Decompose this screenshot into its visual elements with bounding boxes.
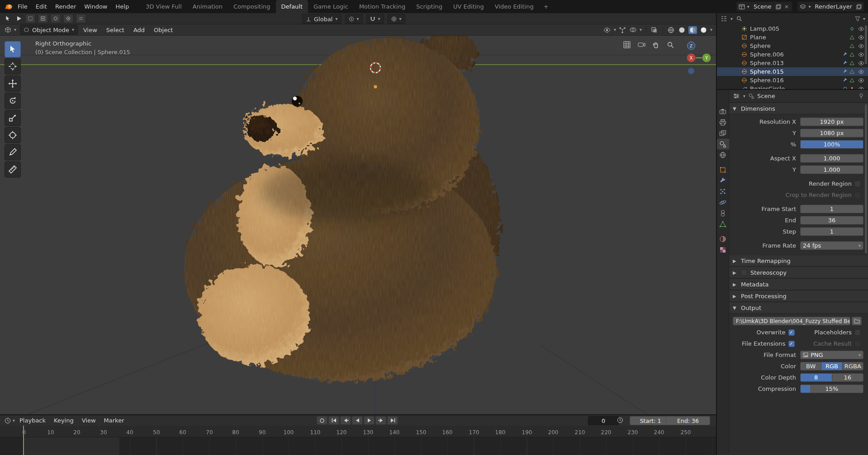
record-button[interactable] [317,416,327,425]
next-keyframe-button[interactable] [375,416,386,425]
color-bw-button[interactable]: BW [801,362,821,370]
tool-cursor[interactable] [5,58,21,75]
visibility-eye-icon[interactable] [858,78,864,83]
timeline-menu-playback[interactable]: Playback [16,417,49,424]
tab-modifiers[interactable] [717,175,729,186]
menu-render[interactable]: Render [51,0,80,13]
timeline-track-area[interactable] [0,437,716,455]
frame-end-field[interactable]: 36 [800,216,863,225]
viewport-menu-add[interactable]: Add [130,27,148,33]
xray-toggle-icon[interactable] [650,27,658,33]
tool-measure[interactable] [5,161,21,178]
shading-material-icon[interactable] [688,26,697,34]
workspace-tab-uv-editing[interactable]: UV Editing [448,0,489,13]
visibility-eye-icon[interactable] [858,70,864,74]
tab-object-data[interactable] [717,219,729,230]
viewport-menu-select[interactable]: Select [103,27,128,33]
crop-render-region-checkbox[interactable] [854,192,861,198]
visibility-eye-icon[interactable] [858,35,864,40]
panel-header-time-remapping[interactable]: ▶ Time Remapping [729,255,868,267]
workspace-tab-3d-view-full[interactable]: 3D View Full [140,0,187,13]
frame-end-field[interactable]: End: 36 [666,416,710,425]
outliner-item-sphere[interactable]: Sphere [717,42,868,50]
frame-start-field[interactable]: Start: 1 [630,416,671,425]
tab-constraints[interactable] [717,208,729,219]
camera-view-icon[interactable] [636,39,647,50]
editor-type-3d-viewport-icon[interactable] [4,26,12,33]
visibility-eye-icon[interactable] [858,52,864,57]
playhead[interactable] [23,426,24,455]
tool-scale[interactable] [5,110,21,126]
tab-output[interactable] [717,117,729,128]
panel-header-stereoscopy[interactable]: ▶ Stereoscopy [729,267,868,278]
visibility-eye-icon[interactable] [858,27,864,31]
shading-wireframe-icon[interactable] [667,26,675,34]
aspect-y-field[interactable]: 1.000 [800,165,863,174]
pivot-point-dropdown[interactable]: ▾ [345,14,363,24]
menu-file[interactable]: File [14,0,32,13]
overwrite-checkbox[interactable]: ✓ [788,329,795,336]
timeline-menu-view[interactable]: View [78,417,100,424]
file-format-dropdown[interactable]: PNG▾ [800,351,863,359]
tab-particles[interactable] [717,186,729,197]
timeline-menu-keying[interactable]: Keying [50,417,77,424]
blender-logo-icon[interactable] [4,3,14,11]
menu-help[interactable]: Help [112,0,133,13]
tool-move[interactable] [5,75,21,92]
color-rgba-button[interactable]: RGBA [843,362,863,370]
frame-start-field[interactable]: 1 [800,205,863,213]
tab-render[interactable] [717,106,729,117]
file-extensions-checkbox[interactable]: ✓ [788,341,795,347]
tool-rotate[interactable] [5,93,21,109]
pan-hand-icon[interactable] [650,39,662,50]
jump-to-end-button[interactable] [387,416,398,425]
outliner-search-icon[interactable] [735,15,743,22]
resolution-y-field[interactable]: 1080 px [800,129,863,137]
workspace-tab-default[interactable]: Default [276,0,308,13]
tab-material[interactable] [717,234,729,244]
timeline-ruler[interactable]: 0 10 20 30 40 50 60 70 80 90 100 110 120… [0,426,716,437]
select-mode-toggle-1[interactable] [25,14,35,23]
unlink-scene-button[interactable]: × [783,3,790,10]
pin-icon[interactable] [858,93,865,99]
compression-slider[interactable]: 15% [800,385,863,393]
navigation-gizmo[interactable]: Z X Y [671,39,714,78]
frame-rate-dropdown[interactable]: 24 fps▾ [800,241,863,250]
browse-folder-button[interactable] [852,317,862,325]
workspace-tab-video-editing[interactable]: Video Editing [489,0,539,13]
render-region-checkbox[interactable] [854,181,861,187]
outliner-item-sphere-006[interactable]: Sphere.006 [717,50,868,59]
tool-transform[interactable] [5,127,21,143]
properties-scrollbar[interactable] [865,104,867,253]
play-tool-icon[interactable] [14,15,23,22]
tab-view-layer[interactable] [717,128,729,139]
resolution-x-field[interactable]: 1920 px [800,117,863,126]
add-workspace-button[interactable]: + [539,0,553,13]
outliner-scrollbar[interactable] [865,25,867,64]
outliner-filter-icon[interactable] [854,16,861,22]
gizmo-negative-z-axis[interactable] [688,68,694,74]
tool-annotate[interactable] [5,144,21,160]
tab-scene[interactable] [717,139,729,150]
outliner-item-beziercircle[interactable]: BezierCircle [717,84,868,90]
prev-keyframe-button[interactable] [340,416,351,425]
visibility-eye-icon[interactable] [858,44,864,48]
current-frame-field[interactable]: 0 [588,416,619,425]
editor-type-outliner-icon[interactable] [720,15,728,22]
depth-8-button[interactable]: 8 [801,374,832,381]
gizmo-toggle-icon[interactable] [618,26,626,33]
use-preview-range-icon[interactable] [616,417,624,424]
panel-header-post-processing[interactable]: ▶ Post Processing [729,290,868,302]
viewport-canvas[interactable] [0,36,716,414]
select-mode-toggle-2[interactable] [38,14,48,23]
panel-header-output[interactable]: ▼ Output [729,302,868,314]
select-mode-toggle-5[interactable] [76,14,86,23]
viewport-3d[interactable]: Right Orthographic (0) Scene Collection … [0,36,716,414]
copy-render-layer-icon[interactable] [856,4,862,9]
proportional-edit-dropdown[interactable]: ▾ [388,14,405,24]
mode-dropdown[interactable]: Object Mode ▾ [20,25,78,35]
editor-type-properties-icon[interactable] [732,93,740,99]
frame-step-field[interactable]: 1 [800,227,863,236]
outliner-item-lamp[interactable]: Lamp.005 [717,24,868,33]
visibility-dropdown-icon[interactable] [602,27,612,33]
